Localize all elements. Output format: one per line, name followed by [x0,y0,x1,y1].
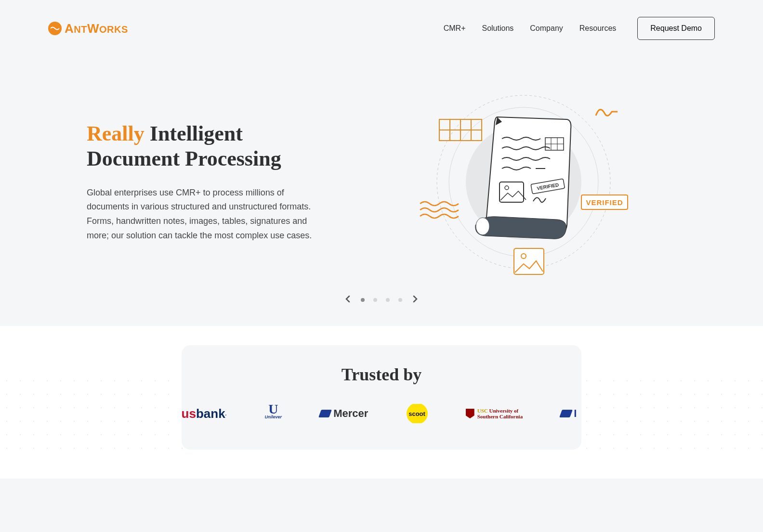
site-header: ANTWORKS CMR+ Solutions Company Resource… [0,0,763,52]
svg-text:VERIFIED: VERIFIED [586,198,623,207]
hero-copy: Really Intelligent Document Processing G… [87,121,318,243]
carousel-dot-3[interactable] [386,298,390,302]
hero-title-line1: Intelligent [150,122,243,145]
client-logos-row: usbank. UUnilever Mercer scoot USC Unive… [182,404,581,423]
hero-description: Global enterprises use CMR+ to process m… [87,186,318,243]
hero-title: Really Intelligent Document Processing [87,121,318,171]
nav-item-cmr[interactable]: CMR+ [444,24,466,33]
signature-icon [596,110,618,116]
logo-icon [48,22,62,35]
request-demo-button[interactable]: Request Demo [637,17,715,40]
chevron-left-icon [345,296,350,302]
handwriting-icon [420,202,459,218]
carousel-dot-4[interactable] [398,298,402,302]
hero-section: Really Intelligent Document Processing G… [0,52,763,302]
svg-point-11 [476,218,489,235]
hero-title-line2: Document Processing [87,147,281,170]
carousel-dot-1[interactable] [361,298,365,302]
svg-rect-19 [514,248,544,274]
brand-name: ANTWORKS [65,21,128,36]
client-logo-scoot: scoot [407,404,428,423]
client-logo-usbank: usbank. [182,404,226,423]
carousel-next-button[interactable] [411,293,420,307]
carousel-dot-2[interactable] [373,298,377,302]
nav-item-company[interactable]: Company [530,24,563,33]
trusted-by-heading: Trusted by [182,364,581,385]
carousel-prev-button[interactable] [343,293,352,307]
carousel-controls [0,288,763,326]
nav-item-solutions[interactable]: Solutions [482,24,513,33]
client-logo-partial: I [561,404,577,423]
chevron-right-icon [413,296,418,302]
trusted-by-section: Trusted by usbank. UUnilever Mercer scoo… [0,326,763,479]
hero-illustration: VERIFIED [332,81,715,283]
table-icon [439,119,482,141]
trusted-by-card: Trusted by usbank. UUnilever Mercer scoo… [182,345,581,450]
image-icon [514,248,544,274]
hero-title-accent: Really [87,122,145,145]
client-logo-unilever: UUnilever [265,404,282,423]
client-logo-mercer: Mercer [320,404,368,423]
brand-logo[interactable]: ANTWORKS [48,21,128,36]
client-logo-usc: USC University ofSouthern California [466,404,523,423]
primary-nav: CMR+ Solutions Company Resources Request… [444,17,715,40]
nav-item-resources[interactable]: Resources [579,24,616,33]
verified-badge-icon: VERIFIED [581,195,628,209]
